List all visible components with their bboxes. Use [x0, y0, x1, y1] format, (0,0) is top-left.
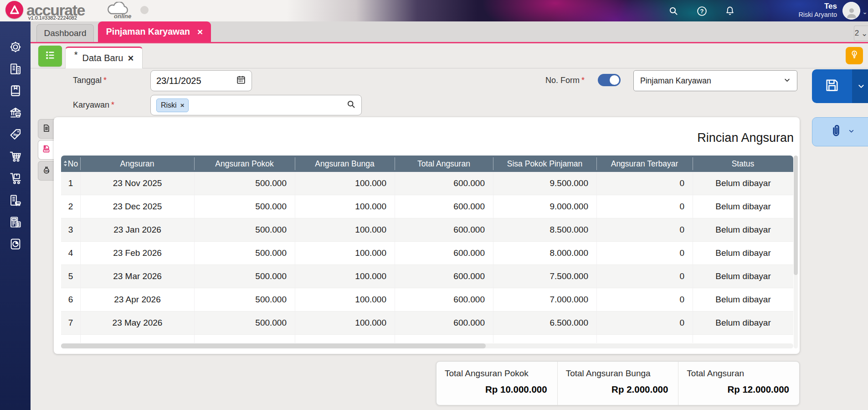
- horizontal-scrollbar[interactable]: [61, 343, 793, 348]
- cell-angsuran-terbayar: 0: [596, 172, 693, 195]
- doc-tab-close-icon[interactable]: ×: [128, 53, 134, 63]
- document-icon: [42, 124, 51, 135]
- table-row[interactable]: 8 23 Jun 2026 500.000 100.000 600.000 6.…: [61, 335, 793, 343]
- karyawan-chip: Riski ×: [156, 99, 189, 112]
- save-button[interactable]: [812, 69, 852, 103]
- table-row[interactable]: 3 23 Jan 2026 500.000 100.000 600.000 8.…: [61, 218, 793, 242]
- help-icon[interactable]: ?: [695, 4, 709, 18]
- cell-angsuran-bunga: 100.000: [295, 195, 395, 218]
- tab-strip: Dashboard Pinjaman Karyawan × 2 ⌄: [0, 21, 868, 43]
- tab-close-icon[interactable]: ×: [197, 27, 203, 36]
- cell-total-angsuran: 600.000: [395, 288, 493, 311]
- chevron-down-icon: [784, 77, 791, 85]
- table-body: 1 23 Nov 2025 500.000 100.000 600.000 9.…: [61, 172, 793, 343]
- tanggal-input[interactable]: 23/11/2025: [150, 70, 252, 91]
- chip-remove-icon[interactable]: ×: [180, 101, 185, 109]
- horizontal-scrollbar-thumb[interactable]: [61, 343, 486, 348]
- column-header-status[interactable]: Status: [693, 156, 793, 172]
- required-marker: *: [111, 100, 114, 109]
- user-menu-caret-icon[interactable]: ⌄: [862, 8, 868, 16]
- sidebar-item-sales[interactable]: Rp: [2, 125, 29, 145]
- installment-table: No Angsuran Angsuran Pokok Angsuran Bung…: [61, 156, 793, 343]
- sidebar-item-purchases[interactable]: [2, 146, 29, 166]
- column-header-angsuran-bunga[interactable]: Angsuran Bunga: [295, 156, 395, 172]
- column-header-no[interactable]: No: [61, 156, 80, 172]
- tab-pinjaman-karyawan[interactable]: Pinjaman Karyawan ×: [98, 21, 211, 42]
- cell-angsuran-bunga: 100.000: [295, 265, 395, 288]
- sidebar-item-reports[interactable]: [2, 234, 29, 254]
- tab-dashboard[interactable]: Dashboard: [36, 24, 94, 42]
- total-label: Total Angsuran Pokok: [445, 368, 547, 379]
- tab-overflow-button[interactable]: 2 ⌄: [854, 26, 868, 41]
- table-header-row: No Angsuran Angsuran Pokok Angsuran Bung…: [61, 156, 793, 172]
- table-row[interactable]: 1 23 Nov 2025 500.000 100.000 600.000 9.…: [61, 172, 793, 195]
- installment-schedule-icon: [41, 144, 51, 156]
- side-tab-document[interactable]: [38, 119, 54, 139]
- cell-angsuran-bunga: 100.000: [295, 218, 395, 241]
- panel-title: Rincian Angsuran: [697, 131, 794, 145]
- avatar[interactable]: [842, 2, 860, 20]
- table-row[interactable]: 4 23 Feb 2026 500.000 100.000 600.000 8.…: [61, 242, 793, 265]
- vertical-scrollbar-thumb[interactable]: [794, 156, 798, 275]
- svg-text:RP: RP: [45, 170, 47, 172]
- cell-total-angsuran: 600.000: [395, 265, 493, 288]
- column-header-sisa-pokok[interactable]: Sisa Pokok Pinjaman: [493, 156, 596, 172]
- sidebar-item-fixed-assets[interactable]: [2, 190, 29, 210]
- tax-document-icon: TAX: [9, 215, 22, 229]
- tab-dashboard-label: Dashboard: [44, 28, 87, 38]
- calendar-icon[interactable]: [236, 75, 246, 87]
- cell-no: 4: [61, 242, 80, 265]
- cell-angsuran: 23 Nov 2025: [80, 172, 194, 195]
- table-row[interactable]: 2 23 Dec 2025 500.000 100.000 600.000 9.…: [61, 195, 793, 218]
- total-cell: Total Angsuran Rp 12.000.000: [678, 362, 799, 405]
- save-split-button[interactable]: [812, 69, 868, 103]
- cell-sisa-pokok: 7.500.000: [493, 265, 596, 288]
- cell-angsuran-terbayar: 0: [596, 311, 693, 334]
- search-icon[interactable]: [667, 4, 680, 18]
- side-tab-payment[interactable]: RP: [38, 161, 54, 181]
- table-row[interactable]: 6 23 Apr 2026 500.000 100.000 600.000 7.…: [61, 288, 793, 311]
- column-header-angsuran-pokok[interactable]: Angsuran Pokok: [194, 156, 295, 172]
- sort-icon: [63, 159, 67, 169]
- column-header-angsuran-terbayar[interactable]: Angsuran Terbayar: [596, 156, 693, 172]
- karyawan-input[interactable]: Riski ×: [150, 95, 362, 115]
- sidebar-item-ledger[interactable]: [2, 81, 29, 101]
- lookup-search-icon[interactable]: [346, 99, 356, 111]
- hint-button[interactable]: [846, 47, 863, 64]
- vertical-scrollbar[interactable]: [794, 156, 798, 348]
- sidebar-item-tax[interactable]: TAX: [2, 212, 29, 232]
- topbar: accurate online v1.0.1#3382-2224082 ? Te…: [0, 0, 868, 21]
- form-type-select[interactable]: Pinjaman Karyawan: [633, 70, 797, 91]
- attachment-button[interactable]: [812, 117, 868, 146]
- cell-sisa-pokok: 6.500.000: [493, 311, 596, 334]
- sidebar-item-inventory[interactable]: [2, 168, 29, 188]
- cell-angsuran-pokok: 500.000: [194, 288, 295, 311]
- table-row[interactable]: 5 23 Mar 2026 500.000 100.000 600.000 7.…: [61, 265, 793, 288]
- sidebar-item-company[interactable]: [2, 59, 29, 79]
- cell-angsuran-pokok: 500.000: [194, 265, 295, 288]
- cell-sisa-pokok: 8.500.000: [493, 218, 596, 241]
- svg-text:TAX: TAX: [12, 218, 16, 221]
- open-list-button[interactable]: [38, 46, 62, 67]
- sidebar-item-cash-bank[interactable]: [2, 103, 29, 123]
- cell-status: Belum dibayar: [693, 242, 793, 265]
- column-header-total-angsuran[interactable]: Total Angsuran: [395, 156, 493, 172]
- notifications-icon[interactable]: [723, 4, 737, 18]
- installment-panel: No Angsuran Angsuran Pokok Angsuran Bung…: [54, 117, 800, 354]
- table-row[interactable]: 7 23 May 2026 500.000 100.000 600.000 6.…: [61, 311, 793, 335]
- cell-no: 2: [61, 195, 80, 218]
- column-header-angsuran[interactable]: Angsuran: [80, 156, 194, 172]
- cell-status: Belum dibayar: [693, 195, 793, 218]
- side-tab-installment-detail[interactable]: [38, 140, 54, 160]
- cell-angsuran-pokok: 500.000: [194, 172, 295, 195]
- sidebar-item-settings[interactable]: [2, 37, 29, 57]
- doc-tab-data-baru[interactable]: * Data Baru ×: [65, 47, 143, 68]
- tab-overflow-count: 2: [855, 29, 859, 38]
- no-form-toggle[interactable]: [598, 74, 621, 86]
- cell-no: 8: [61, 335, 80, 343]
- form-type-value: Pinjaman Karyawan: [640, 76, 711, 86]
- save-options-caret[interactable]: [852, 69, 868, 103]
- cell-total-angsuran: 600.000: [395, 218, 493, 241]
- no-form-label: No. Form*: [545, 76, 585, 85]
- cell-angsuran-terbayar: 0: [596, 288, 693, 311]
